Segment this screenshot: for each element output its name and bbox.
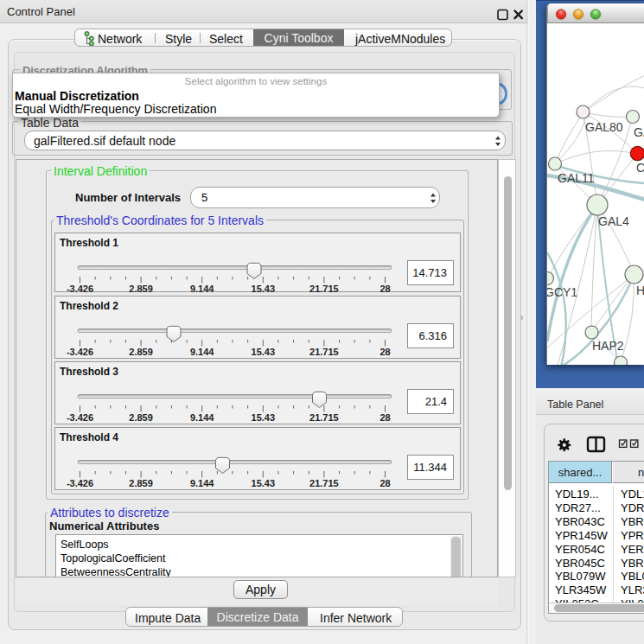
svg-text:21.715: 21.715 xyxy=(309,347,339,357)
svg-text:2.859: 2.859 xyxy=(129,478,153,488)
svg-text:GAL: GAL xyxy=(634,125,644,139)
svg-text:C: C xyxy=(636,161,644,175)
svg-text:2.859: 2.859 xyxy=(129,284,153,294)
svg-text:2.859: 2.859 xyxy=(129,412,153,423)
svg-text:28: 28 xyxy=(379,284,390,294)
svg-text:21.715: 21.715 xyxy=(309,284,339,294)
svg-text:GAL4: GAL4 xyxy=(598,214,629,228)
svg-text:15.43: 15.43 xyxy=(252,412,276,423)
svg-text:H: H xyxy=(636,284,644,297)
svg-text:2.859: 2.859 xyxy=(129,347,153,357)
svg-text:GCY1: GCY1 xyxy=(547,285,577,299)
svg-text:9.144: 9.144 xyxy=(190,412,214,423)
svg-text:9.144: 9.144 xyxy=(190,478,214,488)
svg-text:HAP2: HAP2 xyxy=(592,339,624,353)
svg-text:9.144: 9.144 xyxy=(190,284,214,294)
svg-text:-3.426: -3.426 xyxy=(67,284,93,294)
svg-text:15.43: 15.43 xyxy=(252,347,276,357)
svg-text:15.43: 15.43 xyxy=(252,478,276,488)
svg-text:21.715: 21.715 xyxy=(309,412,339,423)
svg-text:9.144: 9.144 xyxy=(190,347,214,357)
svg-text:28: 28 xyxy=(379,412,390,423)
svg-text:GAL80: GAL80 xyxy=(585,120,623,134)
svg-text:-3.426: -3.426 xyxy=(67,478,93,488)
svg-text:28: 28 xyxy=(379,478,390,488)
svg-text:15.43: 15.43 xyxy=(252,284,276,294)
svg-text:28: 28 xyxy=(379,347,390,357)
svg-text:-3.426: -3.426 xyxy=(67,347,93,357)
svg-text:-3.426: -3.426 xyxy=(67,412,93,423)
svg-text:GAL11: GAL11 xyxy=(558,171,595,185)
svg-text:21.715: 21.715 xyxy=(309,478,339,488)
